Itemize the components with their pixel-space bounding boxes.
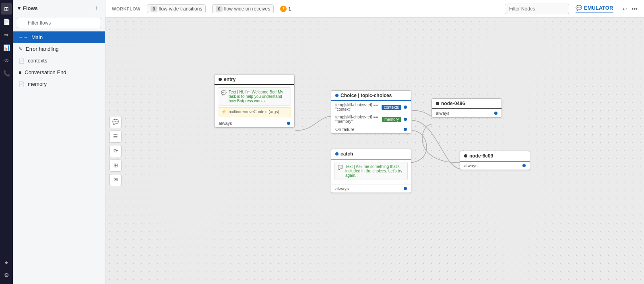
- sidebar-items: →→ Main ✎ Error handling 📄 contexts ■ Co…: [13, 31, 105, 90]
- catch-text: Text | Ask me something that's included …: [345, 164, 405, 178]
- entry-action-block: ⚡ builtin/removeContext (args): [218, 107, 291, 116]
- settings-icon[interactable]: ⚙: [1, 269, 12, 281]
- sidebar-item-error-handling[interactable]: ✎ Error handling: [13, 43, 105, 55]
- warning-indicator[interactable]: ! 1: [280, 6, 291, 12]
- conv-end-icon: ■: [19, 70, 21, 75]
- icon-bar: ⊞ 📄 ⇒ 📊 </> 📞 ● ⚙: [0, 0, 13, 284]
- sidebar-title: Flows: [23, 5, 38, 11]
- choice-dot: [335, 94, 339, 97]
- node0496-always-row: always: [432, 109, 502, 117]
- memory-icon: 📄: [19, 81, 25, 87]
- message-icon: 💬: [221, 90, 227, 95]
- node6c09-out-dot: [522, 164, 526, 167]
- warning-count: 1: [288, 6, 291, 12]
- chevron-down-icon: ▾: [18, 5, 21, 11]
- flow-wide-on-receives-btn[interactable]: 0 flow-wide on receives: [212, 4, 274, 13]
- node-catch[interactable]: catch 💬 Text | Ask me something that's i…: [331, 149, 411, 193]
- node6c09-header: node-6c09: [460, 151, 530, 162]
- catch-title: catch: [341, 151, 353, 157]
- choice-cond1: temp[skill-choice-ret] == "context": [335, 103, 379, 112]
- node6c09-always-label: always: [464, 163, 478, 168]
- list-tool-btn[interactable]: ☰: [109, 131, 122, 143]
- choice-cond2: temp[skill-choice-ret] == "memory": [335, 115, 380, 124]
- node-choice[interactable]: Choice | topic-choices temp[skill-choice…: [331, 90, 411, 134]
- filter-nodes-input[interactable]: [505, 4, 569, 14]
- node6c09-title: node-6c09: [469, 153, 493, 159]
- canvas: Start entry 💬 Text | Hi, I'm Welcome Bot…: [105, 18, 644, 284]
- sidebar-item-label: contexts: [28, 58, 47, 64]
- catch-always-row: always: [331, 184, 411, 193]
- choice-row1: temp[skill-choice-ret] == "context" cont…: [331, 101, 411, 113]
- sidebar: ▾ Flows + ⊜ →→ Main ✎ Error handling 📄 c…: [13, 0, 105, 284]
- flows-toggle[interactable]: ▾ Flows: [18, 5, 38, 11]
- node-entry[interactable]: entry 💬 Text | Hi, I'm Welcome Bot! My t…: [214, 74, 295, 128]
- main-content: WORKFLOW 0 flow-wide transitions 0 flow-…: [105, 0, 644, 284]
- choice-header: Choice | topic-choices: [331, 91, 411, 101]
- mail-tool-btn[interactable]: ✉: [109, 174, 122, 186]
- undo-icon[interactable]: ↩: [623, 6, 627, 12]
- circle-icon[interactable]: ●: [1, 257, 12, 268]
- node0496-header: node-0496: [432, 99, 502, 109]
- node-6c09[interactable]: node-6c09 always: [460, 151, 530, 170]
- file-icon[interactable]: 📄: [1, 16, 12, 27]
- node0496-dot: [436, 102, 439, 105]
- catch-out-dot: [404, 187, 407, 190]
- flows-icon[interactable]: ⇒: [1, 29, 12, 40]
- entry-action: builtin/removeContext (args): [229, 110, 279, 114]
- phone-icon[interactable]: 📞: [1, 68, 12, 79]
- flow-wide-transitions-btn[interactable]: 0 flow-wide transitions: [147, 4, 206, 13]
- choice-failure-row: On failure: [331, 125, 411, 133]
- sidebar-item-label: Main: [31, 34, 43, 40]
- node0496-out-dot: [494, 112, 497, 115]
- sidebar-item-conversation-end[interactable]: ■ Conversation End: [13, 66, 105, 78]
- chart-icon[interactable]: 📊: [1, 42, 12, 53]
- entry-always-row: always: [215, 119, 294, 127]
- entry-always-label: always: [219, 121, 232, 126]
- sidebar-item-main[interactable]: →→ Main: [13, 31, 105, 43]
- add-flow-button[interactable]: +: [92, 4, 100, 12]
- action-icon: ⚡: [221, 109, 227, 114]
- sync-tool-btn[interactable]: ⟳: [109, 145, 122, 157]
- entry-title: entry: [224, 77, 235, 82]
- warning-icon: !: [280, 6, 287, 12]
- error-icon: ✎: [19, 46, 23, 52]
- more-options-icon[interactable]: •••: [632, 6, 638, 12]
- node6c09-always-row: always: [460, 162, 530, 170]
- node-0496[interactable]: node-0496 always: [431, 98, 502, 118]
- sidebar-item-label: memory: [28, 81, 47, 87]
- filter-input-wrap: ⊜: [13, 16, 105, 31]
- sidebar-item-contexts[interactable]: 📄 contexts: [13, 55, 105, 66]
- catch-always-label: always: [335, 186, 349, 191]
- choice-row2: temp[skill-choice-ret] == "memory" memor…: [331, 113, 411, 125]
- entry-content: 💬 Text | Hi, I'm Welcome Bot! My task is…: [215, 85, 294, 119]
- transitions-count: 0: [151, 6, 157, 12]
- node6c09-dot: [464, 154, 467, 158]
- sidebar-item-memory[interactable]: 📄 memory: [13, 78, 105, 90]
- grid-tool-btn[interactable]: ⊞: [109, 160, 122, 172]
- contexts-tag: contexts: [382, 105, 401, 110]
- catch-content: 💬 Text | Ask me something that's include…: [331, 160, 411, 184]
- entry-text: Text | Hi, I'm Welcome Bot! My task is t…: [229, 90, 288, 103]
- choice-on-failure: On failure: [335, 127, 355, 132]
- code-icon[interactable]: </>: [1, 55, 12, 66]
- catch-msg-icon: 💬: [338, 165, 343, 170]
- on-receives-label: flow-wide on receives: [224, 6, 270, 12]
- grid-icon[interactable]: ⊞: [1, 3, 12, 15]
- main-icon: →→: [19, 35, 28, 40]
- choice-failure-dot: [404, 128, 407, 131]
- catch-header: catch: [331, 149, 411, 160]
- emulator-button[interactable]: 💬 EMULATOR: [576, 5, 613, 12]
- emulator-label: EMULATOR: [584, 5, 613, 11]
- node0496-title: node-0496: [441, 101, 465, 106]
- transitions-label: flow-wide transitions: [159, 6, 202, 12]
- workflow-label: WORKFLOW: [112, 6, 140, 11]
- filter-flows-input[interactable]: [17, 18, 101, 28]
- entry-dot: [219, 78, 222, 81]
- choice-title: Choice | topic-choices: [341, 93, 392, 98]
- node0496-always-label: always: [436, 111, 450, 116]
- chat-tool-btn[interactable]: 💬: [109, 116, 122, 128]
- entry-text-block: 💬 Text | Hi, I'm Welcome Bot! My task is…: [218, 87, 291, 106]
- on-receives-count: 0: [216, 6, 222, 12]
- top-bar-actions: ↩ •••: [623, 6, 638, 12]
- canvas-tools: 💬 ☰ ⟳ ⊞ ✉: [109, 116, 122, 186]
